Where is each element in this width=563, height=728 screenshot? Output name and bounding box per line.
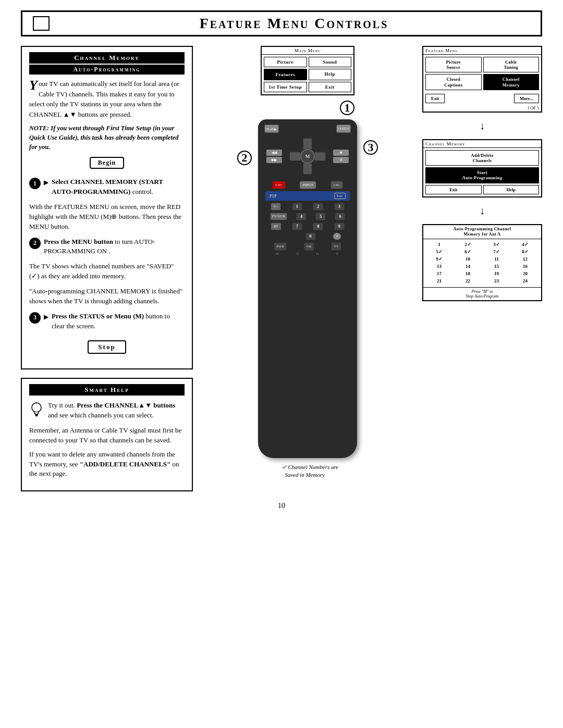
mode-letter-e: E [336, 252, 339, 256]
feature-item-closed-captions[interactable]: ClosedCaptions [425, 74, 482, 90]
ch-table: 1 2✓ 3✓ 4✓ 5✓ 6✓ 7✓ 8✓ 9✓ 10 11 12 [423, 239, 541, 287]
svg-rect-2 [35, 415, 38, 416]
input-btn[interactable]: INPUT [299, 181, 316, 189]
dpad-center-m[interactable]: M [300, 149, 315, 164]
title-bar: Feature Menu Controls [21, 10, 542, 36]
num-0-btn[interactable]: 0 [305, 232, 316, 240]
dpad-down[interactable] [303, 163, 312, 175]
num-5-btn[interactable]: 5 [315, 213, 326, 220]
num-3-btn[interactable]: 3 [334, 203, 345, 211]
play-button[interactable]: PLAY▶ [264, 125, 279, 133]
ok-btn[interactable]: OK [304, 242, 314, 251]
ch-cell-22: 22 [454, 278, 482, 284]
ch-row-1: 1 2✓ 3✓ 4✓ [425, 241, 539, 248]
num-1-btn[interactable]: 1 [292, 203, 302, 211]
feature-more-btn[interactable]: More... [514, 94, 539, 103]
ff-button[interactable]: ▶▶ [266, 157, 282, 163]
features-menu-instruction: With the FEATURES MENU on screen, move t… [29, 202, 185, 232]
channel-memory-header: Channel Memory [29, 52, 185, 64]
svg-line-4 [33, 404, 33, 405]
num-7-btn[interactable]: 7 [292, 223, 302, 230]
page-number: 10 [21, 502, 542, 510]
large-y-letter: Y [29, 79, 38, 92]
feature-exit-btn[interactable]: Exit [425, 94, 445, 103]
ch-cell-6: 6✓ [454, 249, 482, 255]
tv-vcr-btn[interactable]: TV/VCR [270, 213, 288, 220]
step-badge-2-overlay: 2 [237, 151, 252, 165]
stop-button[interactable]: ■ [333, 150, 349, 156]
ch-mem-add-delete[interactable]: Add/DeleteChannels [425, 150, 539, 166]
remote-control: 2 3 PLAY▶ STATUS ◀◀ ▶▶ [253, 119, 362, 458]
ch-cell-20: 20 [511, 270, 539, 277]
nav-buttons-row: CH+ INPUT CH- [262, 181, 353, 189]
spacer [274, 232, 288, 240]
tv-btn[interactable]: TV [331, 242, 341, 251]
down-arrow-2: ↓ [422, 205, 542, 217]
step-2-circle: 2 [29, 238, 41, 249]
feature-item-cable-tuning[interactable]: CableTuning [483, 57, 540, 72]
set-label: Set [334, 193, 346, 199]
step-1-circle: 1 [29, 178, 41, 189]
dpad-right[interactable] [314, 152, 326, 161]
ch-cell-18: 18 [454, 270, 482, 277]
ch-mem-help-btn[interactable]: Help [483, 185, 540, 194]
auto-prog-finish-text: "Auto-programming CHANNEL MEMORY is fini… [29, 287, 185, 306]
ch-mem-exit-btn[interactable]: Exit [425, 185, 482, 194]
step-3: 3 ▶ Press the STATUS or Menu (M) button … [29, 312, 185, 331]
smart-help-cable-note: Remember, an Antenna or Cable TV signal … [29, 426, 185, 446]
dpad[interactable]: M [289, 138, 326, 175]
ch-row-5: 17 18 19 20 [425, 270, 539, 277]
channel-memory-section: Channel Memory Auto-Programming Y our TV… [21, 46, 193, 369]
svg-rect-1 [35, 414, 38, 415]
rew-button[interactable]: ◀◀ [266, 150, 282, 156]
feature-item-channel-memory[interactable]: ChannelMemory [483, 74, 540, 90]
pip-label: PIP [270, 194, 277, 199]
main-layout: Channel Memory Auto-Programming Y our TV… [21, 46, 542, 491]
pause-button[interactable]: ⏸ [333, 157, 349, 163]
menu-item-exit[interactable]: Exit [309, 82, 352, 92]
num-2-btn[interactable]: 2 [313, 203, 323, 211]
dot-btn[interactable]: • [333, 232, 341, 240]
menu-item-help[interactable]: Help [309, 69, 352, 80]
num-4-btn[interactable]: 4 [296, 213, 307, 220]
c-minus-btn[interactable]: C– [271, 203, 281, 211]
ch-minus-btn[interactable]: CH- [331, 181, 343, 189]
bottom-row: PWR OK TV [262, 242, 353, 251]
down-arrow-1: ↓ [422, 120, 542, 132]
ch-plus-btn[interactable]: CH+ [272, 181, 286, 189]
smart-help-header: Smart Help [29, 384, 185, 396]
ch-mem-start-auto[interactable]: StartAuto-Programming [425, 167, 539, 183]
svg-point-0 [32, 403, 41, 412]
smart-help-delete-note: If you want to delete any unwanted chann… [29, 450, 185, 479]
dpad-up[interactable] [303, 138, 312, 150]
ch-row-2: 5✓ 6✓ 7✓ 8✓ [425, 249, 539, 255]
intro-text-content: our TV can automatically set itself for … [29, 80, 179, 118]
dpad-left[interactable] [289, 152, 301, 161]
ch-cell-4: 4✓ [511, 241, 539, 248]
feature-menu-box: Feature Menu PictureSource CableTuning C… [422, 46, 542, 113]
num-8-btn[interactable]: 8 [313, 223, 323, 230]
power-btn[interactable]: PWR [274, 242, 287, 251]
num-9-btn[interactable]: 9 [334, 223, 345, 230]
ch-row-4: 13 14 15 16 [425, 263, 539, 269]
tv-shows-text: The TV shows which channel numbers are "… [29, 262, 185, 281]
mode-letter-o: O [296, 252, 300, 256]
pip-bar: PIP Set [265, 191, 350, 201]
channel-numbers-note: ✓ Channel Numbers are Saved in Memory [282, 463, 339, 479]
center-column: Main Menu Picture Sound Features Help 1s… [202, 46, 413, 479]
menu-item-1st-setup[interactable]: 1st Time Setup [264, 82, 307, 92]
status-button[interactable]: STATUS [336, 125, 351, 133]
step-3-circle: 3 [29, 312, 41, 324]
step-1-text: Select CHANNEL MEMORY (START AUTO-PROGRA… [52, 177, 185, 197]
num-6-btn[interactable]: 6 [335, 213, 345, 220]
smart-help-tip-text: Try it out. Press the CHANNEL▲▼ buttons … [48, 401, 175, 421]
press-m-note: Press "M" toStop Auto-Program [423, 287, 541, 300]
ch-cell-16: 16 [511, 263, 539, 269]
step-badge-1-center: 1 [340, 101, 354, 115]
menu-item-picture[interactable]: Picture [264, 57, 307, 67]
menu-item-features[interactable]: Features [264, 69, 307, 80]
ch-cell-19: 19 [483, 270, 510, 277]
rf-btn[interactable]: RF [271, 223, 282, 230]
menu-item-sound[interactable]: Sound [309, 57, 352, 67]
feature-item-picture-source[interactable]: PictureSource [425, 57, 482, 72]
